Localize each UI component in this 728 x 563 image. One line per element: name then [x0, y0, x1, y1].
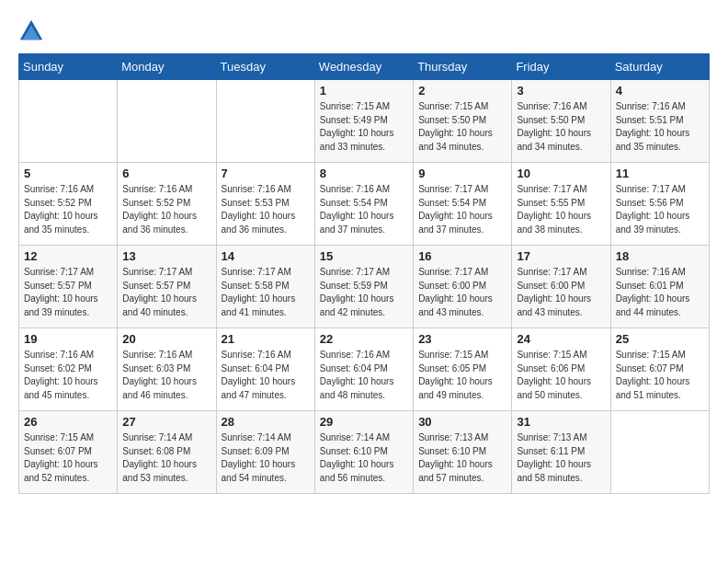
calendar-cell: 19Sunrise: 7:16 AM Sunset: 6:02 PM Dayli… [19, 328, 118, 411]
calendar-cell: 30Sunrise: 7:13 AM Sunset: 6:10 PM Dayli… [414, 411, 512, 494]
day-number: 17 [517, 249, 605, 263]
day-number: 7 [222, 167, 310, 180]
calendar-cell: 9Sunrise: 7:17 AM Sunset: 5:54 PM Daylig… [414, 163, 512, 246]
day-info: Sunrise: 7:17 AM Sunset: 5:58 PM Dayligh… [222, 266, 310, 319]
calendar-cell: 20Sunrise: 7:16 AM Sunset: 6:03 PM Dayli… [118, 328, 216, 411]
day-info: Sunrise: 7:17 AM Sunset: 5:55 PM Dayligh… [517, 183, 605, 236]
day-number: 18 [616, 249, 704, 263]
day-info: Sunrise: 7:15 AM Sunset: 5:49 PM Dayligh… [320, 100, 408, 154]
calendar-cell: 2Sunrise: 7:15 AM Sunset: 5:50 PM Daylig… [414, 80, 512, 163]
day-info: Sunrise: 7:17 AM Sunset: 5:54 PM Dayligh… [418, 183, 506, 236]
calendar-cell: 10Sunrise: 7:17 AM Sunset: 5:55 PM Dayli… [512, 163, 610, 246]
calendar-cell: 26Sunrise: 7:15 AM Sunset: 6:07 PM Dayli… [19, 411, 118, 494]
logo-icon [18, 18, 44, 44]
day-number: 31 [517, 415, 605, 429]
day-info: Sunrise: 7:13 AM Sunset: 6:10 PM Dayligh… [418, 431, 506, 485]
day-info: Sunrise: 7:15 AM Sunset: 6:07 PM Dayligh… [24, 431, 112, 485]
day-number: 2 [418, 84, 506, 98]
day-info: Sunrise: 7:17 AM Sunset: 5:57 PM Dayligh… [24, 266, 112, 319]
header-day-tuesday: Tuesday [216, 54, 314, 80]
calendar-cell: 17Sunrise: 7:17 AM Sunset: 6:00 PM Dayli… [512, 246, 610, 328]
day-info: Sunrise: 7:17 AM Sunset: 5:56 PM Dayligh… [616, 183, 704, 236]
day-number: 9 [418, 167, 506, 180]
calendar-cell: 4Sunrise: 7:16 AM Sunset: 5:51 PM Daylig… [610, 80, 709, 163]
day-info: Sunrise: 7:16 AM Sunset: 6:04 PM Dayligh… [320, 349, 408, 402]
calendar-cell [216, 80, 314, 163]
header-day-sunday: Sunday [19, 54, 118, 80]
day-info: Sunrise: 7:16 AM Sunset: 6:02 PM Dayligh… [24, 349, 112, 402]
day-number: 12 [24, 249, 112, 263]
day-number: 8 [320, 167, 408, 180]
calendar-cell: 16Sunrise: 7:17 AM Sunset: 6:00 PM Dayli… [414, 246, 512, 328]
day-info: Sunrise: 7:16 AM Sunset: 6:01 PM Dayligh… [616, 266, 704, 319]
day-number: 13 [122, 249, 210, 263]
calendar-cell: 28Sunrise: 7:14 AM Sunset: 6:09 PM Dayli… [216, 411, 314, 494]
day-number: 21 [222, 332, 310, 346]
calendar-cell: 12Sunrise: 7:17 AM Sunset: 5:57 PM Dayli… [19, 246, 118, 328]
calendar-cell: 3Sunrise: 7:16 AM Sunset: 5:50 PM Daylig… [512, 80, 610, 163]
calendar-cell: 15Sunrise: 7:17 AM Sunset: 5:59 PM Dayli… [314, 246, 413, 328]
day-number: 10 [517, 167, 605, 180]
day-info: Sunrise: 7:16 AM Sunset: 6:03 PM Dayligh… [122, 349, 210, 402]
day-number: 5 [24, 167, 112, 180]
calendar-cell: 1Sunrise: 7:15 AM Sunset: 5:49 PM Daylig… [314, 80, 413, 163]
day-info: Sunrise: 7:15 AM Sunset: 6:07 PM Dayligh… [616, 349, 704, 402]
calendar-cell: 21Sunrise: 7:16 AM Sunset: 6:04 PM Dayli… [216, 328, 314, 411]
calendar-cell: 14Sunrise: 7:17 AM Sunset: 5:58 PM Dayli… [216, 246, 314, 328]
day-info: Sunrise: 7:14 AM Sunset: 6:10 PM Dayligh… [320, 431, 408, 485]
calendar-header-row: SundayMondayTuesdayWednesdayThursdayFrid… [19, 54, 710, 80]
day-info: Sunrise: 7:16 AM Sunset: 5:51 PM Dayligh… [616, 100, 704, 154]
calendar-cell: 13Sunrise: 7:17 AM Sunset: 5:57 PM Dayli… [118, 246, 216, 328]
calendar-cell: 29Sunrise: 7:14 AM Sunset: 6:10 PM Dayli… [314, 411, 413, 494]
day-info: Sunrise: 7:13 AM Sunset: 6:11 PM Dayligh… [517, 431, 605, 485]
day-info: Sunrise: 7:17 AM Sunset: 5:59 PM Dayligh… [320, 266, 408, 319]
calendar-week-row: 26Sunrise: 7:15 AM Sunset: 6:07 PM Dayli… [19, 411, 710, 494]
day-number: 11 [616, 167, 704, 180]
logo [18, 18, 48, 44]
day-info: Sunrise: 7:16 AM Sunset: 6:04 PM Dayligh… [222, 349, 310, 402]
day-info: Sunrise: 7:15 AM Sunset: 6:06 PM Dayligh… [517, 349, 605, 402]
calendar-cell: 6Sunrise: 7:16 AM Sunset: 5:52 PM Daylig… [118, 163, 216, 246]
calendar-cell [19, 80, 118, 163]
header-day-wednesday: Wednesday [314, 54, 413, 80]
header-day-saturday: Saturday [610, 54, 709, 80]
calendar-cell: 24Sunrise: 7:15 AM Sunset: 6:06 PM Dayli… [512, 328, 610, 411]
calendar-week-row: 1Sunrise: 7:15 AM Sunset: 5:49 PM Daylig… [19, 80, 710, 163]
day-number: 25 [616, 332, 704, 346]
calendar-cell: 5Sunrise: 7:16 AM Sunset: 5:52 PM Daylig… [19, 163, 118, 246]
day-number: 29 [320, 415, 408, 429]
day-number: 3 [517, 84, 605, 98]
calendar-cell: 18Sunrise: 7:16 AM Sunset: 6:01 PM Dayli… [610, 246, 709, 328]
calendar-week-row: 19Sunrise: 7:16 AM Sunset: 6:02 PM Dayli… [19, 328, 710, 411]
calendar-cell: 31Sunrise: 7:13 AM Sunset: 6:11 PM Dayli… [512, 411, 610, 494]
day-info: Sunrise: 7:16 AM Sunset: 5:54 PM Dayligh… [320, 183, 408, 236]
day-number: 20 [122, 332, 210, 346]
day-info: Sunrise: 7:17 AM Sunset: 6:00 PM Dayligh… [517, 266, 605, 319]
day-number: 26 [24, 415, 112, 429]
day-number: 23 [418, 332, 506, 346]
day-info: Sunrise: 7:17 AM Sunset: 6:00 PM Dayligh… [418, 266, 506, 319]
day-number: 1 [320, 84, 408, 98]
day-info: Sunrise: 7:16 AM Sunset: 5:50 PM Dayligh… [517, 100, 605, 154]
day-number: 27 [122, 415, 210, 429]
day-info: Sunrise: 7:14 AM Sunset: 6:08 PM Dayligh… [122, 431, 210, 485]
day-number: 28 [222, 415, 310, 429]
day-number: 16 [418, 249, 506, 263]
day-number: 30 [418, 415, 506, 429]
calendar-cell: 8Sunrise: 7:16 AM Sunset: 5:54 PM Daylig… [314, 163, 413, 246]
day-number: 4 [616, 84, 704, 98]
calendar-cell: 25Sunrise: 7:15 AM Sunset: 6:07 PM Dayli… [610, 328, 709, 411]
page-header [18, 18, 710, 44]
calendar-cell: 23Sunrise: 7:15 AM Sunset: 6:05 PM Dayli… [414, 328, 512, 411]
day-number: 22 [320, 332, 408, 346]
day-info: Sunrise: 7:16 AM Sunset: 5:52 PM Dayligh… [24, 183, 112, 236]
header-day-monday: Monday [118, 54, 216, 80]
day-info: Sunrise: 7:17 AM Sunset: 5:57 PM Dayligh… [122, 266, 210, 319]
calendar-cell: 27Sunrise: 7:14 AM Sunset: 6:08 PM Dayli… [118, 411, 216, 494]
day-number: 19 [24, 332, 112, 346]
calendar-cell [610, 411, 709, 494]
day-number: 15 [320, 249, 408, 263]
calendar-week-row: 5Sunrise: 7:16 AM Sunset: 5:52 PM Daylig… [19, 163, 710, 246]
day-info: Sunrise: 7:15 AM Sunset: 6:05 PM Dayligh… [418, 349, 506, 402]
day-number: 14 [222, 249, 310, 263]
